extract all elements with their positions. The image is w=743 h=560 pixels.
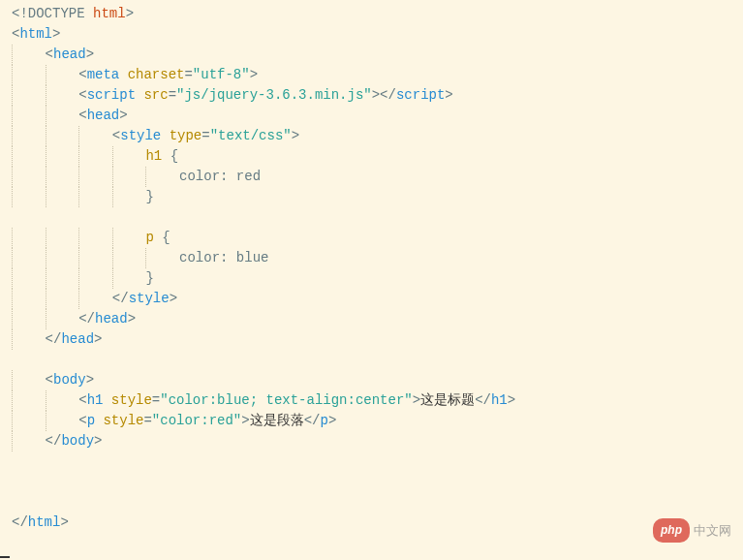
code-token: > bbox=[292, 128, 299, 143]
code-token: > bbox=[170, 291, 177, 306]
code-line: p { bbox=[12, 228, 743, 248]
code-token: > bbox=[86, 47, 94, 62]
code-editor: <!DOCTYPE html><html> <head> <meta chars… bbox=[0, 0, 743, 537]
code-token: > bbox=[328, 413, 336, 428]
code-token: type bbox=[170, 128, 202, 143]
code-token: > bbox=[128, 311, 136, 327]
watermark: php 中文网 bbox=[653, 518, 731, 543]
code-token: p bbox=[87, 413, 104, 428]
code-token: h1 bbox=[145, 148, 170, 164]
code-token: = bbox=[169, 87, 176, 103]
code-token: : red bbox=[220, 169, 261, 184]
code-token: > bbox=[413, 392, 420, 408]
code-token: "color:red" bbox=[152, 413, 241, 428]
code-line bbox=[12, 451, 743, 472]
code-line bbox=[12, 207, 743, 228]
code-token: > bbox=[126, 6, 134, 21]
code-token: } bbox=[145, 189, 153, 204]
code-line: <h1 style="color:blue; text-align:center… bbox=[12, 390, 743, 411]
code-token: head bbox=[61, 331, 94, 347]
code-token: > bbox=[241, 413, 249, 428]
code-token: html bbox=[19, 26, 52, 42]
watermark-site: 中文网 bbox=[694, 520, 731, 541]
code-token: </ bbox=[304, 413, 321, 428]
code-line: <p style="color:red">这是段落</p> bbox=[12, 411, 743, 431]
code-token: = bbox=[184, 67, 192, 82]
code-token: style bbox=[111, 392, 152, 408]
code-line: } bbox=[12, 268, 743, 289]
code-line bbox=[12, 350, 743, 370]
cursor-indicator bbox=[0, 556, 10, 558]
code-line: </style> bbox=[12, 289, 743, 309]
code-line: color: red bbox=[12, 167, 743, 187]
code-line: <html> bbox=[12, 24, 743, 45]
code-token: < bbox=[112, 128, 120, 143]
code-token: < bbox=[78, 108, 86, 123]
code-token: ></ bbox=[372, 87, 396, 103]
code-token: meta bbox=[87, 67, 128, 82]
code-token: src bbox=[143, 87, 168, 103]
code-token: 这是标题 bbox=[420, 392, 475, 408]
code-token: head bbox=[95, 311, 128, 327]
code-token: style bbox=[103, 413, 143, 428]
code-token: > bbox=[445, 87, 452, 103]
code-line: <!DOCTYPE html> bbox=[12, 4, 743, 24]
code-line bbox=[12, 492, 743, 513]
code-token: </ bbox=[78, 311, 95, 327]
code-line: <style type="text/css"> bbox=[12, 126, 743, 146]
code-token: } bbox=[145, 270, 153, 286]
code-token: </ bbox=[112, 291, 129, 306]
code-token: > bbox=[94, 433, 102, 449]
code-line: h1 { bbox=[12, 146, 743, 167]
code-token: > bbox=[508, 392, 515, 408]
code-line: </head> bbox=[12, 329, 743, 350]
code-token: </ bbox=[46, 331, 62, 347]
code-line: } bbox=[12, 187, 743, 207]
code-token: 这是段落 bbox=[250, 413, 304, 428]
code-token: head bbox=[87, 108, 120, 123]
code-token: color bbox=[179, 169, 220, 184]
code-token: DOCTYPE bbox=[28, 6, 93, 21]
code-token: "utf-8" bbox=[193, 67, 250, 82]
code-token: <! bbox=[12, 6, 28, 21]
code-token: html bbox=[93, 6, 126, 21]
code-token: > bbox=[250, 67, 258, 82]
code-token: style bbox=[120, 128, 169, 143]
code-line: </head> bbox=[12, 309, 743, 329]
code-token: html bbox=[28, 514, 61, 530]
code-token: < bbox=[78, 413, 86, 428]
code-token: body bbox=[61, 433, 94, 449]
code-token: head bbox=[53, 47, 86, 62]
code-token: { bbox=[162, 230, 170, 245]
code-token: script bbox=[87, 87, 144, 103]
code-token: body bbox=[53, 372, 86, 388]
code-token: script bbox=[396, 87, 445, 103]
code-line: <script src="js/jquery-3.6.3.min.js"></s… bbox=[12, 85, 743, 106]
code-line: <head> bbox=[12, 45, 743, 65]
code-token: > bbox=[52, 26, 60, 42]
code-line: <meta charset="utf-8"> bbox=[12, 65, 743, 85]
code-token: > bbox=[86, 372, 94, 388]
code-token: > bbox=[60, 514, 68, 530]
code-line: </body> bbox=[12, 431, 743, 451]
code-token: </ bbox=[475, 392, 491, 408]
code-token: < bbox=[46, 372, 53, 388]
code-token: "color:blue; text-align:center" bbox=[160, 392, 412, 408]
code-line: </html> bbox=[12, 513, 743, 533]
code-token: p bbox=[321, 413, 328, 428]
code-token: </ bbox=[46, 433, 62, 449]
watermark-brand: php bbox=[653, 518, 690, 543]
code-token: = bbox=[143, 413, 151, 428]
code-token: < bbox=[78, 392, 86, 408]
code-token: > bbox=[119, 108, 127, 123]
code-token: h1 bbox=[491, 392, 508, 408]
code-token: = bbox=[152, 392, 160, 408]
code-line bbox=[12, 472, 743, 492]
code-token: > bbox=[94, 331, 102, 347]
code-token: < bbox=[78, 87, 86, 103]
code-token: : blue bbox=[220, 250, 268, 265]
code-token: charset bbox=[128, 67, 185, 82]
code-token: "text/css" bbox=[210, 128, 292, 143]
code-line: <head> bbox=[12, 106, 743, 126]
code-token: = bbox=[201, 128, 209, 143]
